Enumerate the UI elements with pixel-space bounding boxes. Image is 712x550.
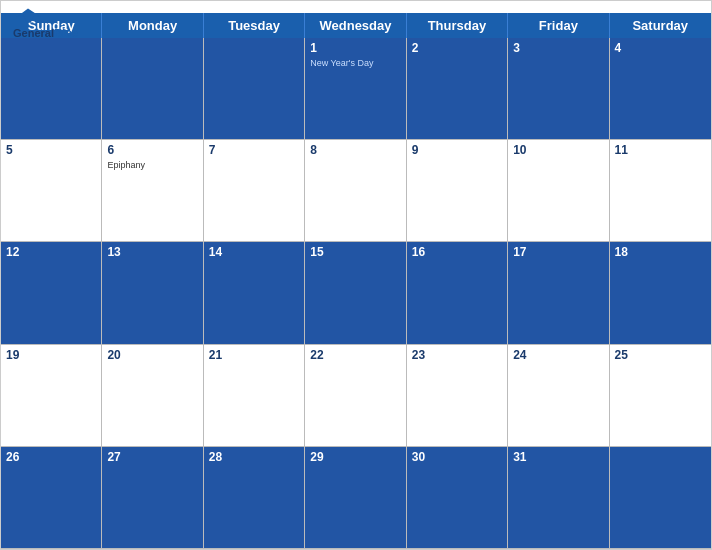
- calendar-cell: 20: [102, 345, 203, 447]
- calendar-cell: 8: [305, 140, 406, 242]
- calendar-cell: 25: [610, 345, 711, 447]
- day-header-tuesday: Tuesday: [204, 13, 305, 38]
- calendar-cell: 29: [305, 447, 406, 549]
- calendar-cell: [610, 447, 711, 549]
- day-number: 4: [615, 41, 706, 55]
- day-number: 29: [310, 450, 400, 464]
- calendar-cell: [1, 38, 102, 140]
- calendar-cell: 3: [508, 38, 609, 140]
- day-header-wednesday: Wednesday: [305, 13, 406, 38]
- day-number: 13: [107, 245, 197, 259]
- calendar-cell: 16: [407, 242, 508, 344]
- calendar-cell: 5: [1, 140, 102, 242]
- day-number: 8: [310, 143, 400, 157]
- day-number: 1: [310, 41, 400, 55]
- day-number: 21: [209, 348, 299, 362]
- day-number: 24: [513, 348, 603, 362]
- calendar-cell: 6Epiphany: [102, 140, 203, 242]
- calendar-cell: 17: [508, 242, 609, 344]
- day-number: 30: [412, 450, 502, 464]
- day-number: 11: [615, 143, 706, 157]
- calendar-cell: 23: [407, 345, 508, 447]
- calendar-cell: 9: [407, 140, 508, 242]
- day-number: 22: [310, 348, 400, 362]
- calendar-cell: [204, 38, 305, 140]
- day-number: 9: [412, 143, 502, 157]
- calendar-cell: 24: [508, 345, 609, 447]
- day-header-thursday: Thursday: [407, 13, 508, 38]
- calendar-cell: 11: [610, 140, 711, 242]
- day-number: 5: [6, 143, 96, 157]
- day-number: 15: [310, 245, 400, 259]
- day-number: 10: [513, 143, 603, 157]
- day-number: 31: [513, 450, 603, 464]
- holiday-label: Epiphany: [107, 160, 197, 170]
- calendar-header: GeneralBlue: [1, 1, 711, 13]
- calendar-cell: 22: [305, 345, 406, 447]
- day-number: 6: [107, 143, 197, 157]
- logo-icon: [13, 7, 43, 27]
- logo-text: GeneralBlue: [13, 27, 78, 39]
- day-number: 20: [107, 348, 197, 362]
- day-headers-row: SundayMondayTuesdayWednesdayThursdayFrid…: [1, 13, 711, 38]
- calendar: GeneralBlue SundayMondayTuesdayWednesday…: [0, 0, 712, 550]
- day-number: 3: [513, 41, 603, 55]
- calendar-cell: 2: [407, 38, 508, 140]
- day-number: 16: [412, 245, 502, 259]
- logo: GeneralBlue: [13, 7, 78, 39]
- day-number: 27: [107, 450, 197, 464]
- day-number: 2: [412, 41, 502, 55]
- svg-marker-0: [17, 8, 41, 22]
- day-number: 7: [209, 143, 299, 157]
- day-number: 12: [6, 245, 96, 259]
- day-number: 19: [6, 348, 96, 362]
- day-number: 23: [412, 348, 502, 362]
- day-number: 26: [6, 450, 96, 464]
- day-number: 17: [513, 245, 603, 259]
- calendar-grid: 1New Year's Day23456Epiphany789101112131…: [1, 38, 711, 549]
- calendar-cell: 30: [407, 447, 508, 549]
- calendar-cell: 28: [204, 447, 305, 549]
- calendar-cell: 7: [204, 140, 305, 242]
- calendar-cell: 14: [204, 242, 305, 344]
- day-header-saturday: Saturday: [610, 13, 711, 38]
- calendar-cell: 27: [102, 447, 203, 549]
- calendar-cell: 1New Year's Day: [305, 38, 406, 140]
- calendar-cell: 15: [305, 242, 406, 344]
- calendar-cell: 26: [1, 447, 102, 549]
- day-number: 18: [615, 245, 706, 259]
- day-number: 25: [615, 348, 706, 362]
- calendar-cell: 10: [508, 140, 609, 242]
- day-number: 14: [209, 245, 299, 259]
- day-number: 28: [209, 450, 299, 464]
- day-header-friday: Friday: [508, 13, 609, 38]
- calendar-cell: 13: [102, 242, 203, 344]
- calendar-cell: 4: [610, 38, 711, 140]
- holiday-label: New Year's Day: [310, 58, 400, 68]
- calendar-cell: 18: [610, 242, 711, 344]
- day-header-monday: Monday: [102, 13, 203, 38]
- calendar-cell: [102, 38, 203, 140]
- calendar-cell: 31: [508, 447, 609, 549]
- calendar-cell: 19: [1, 345, 102, 447]
- calendar-cell: 12: [1, 242, 102, 344]
- calendar-cell: 21: [204, 345, 305, 447]
